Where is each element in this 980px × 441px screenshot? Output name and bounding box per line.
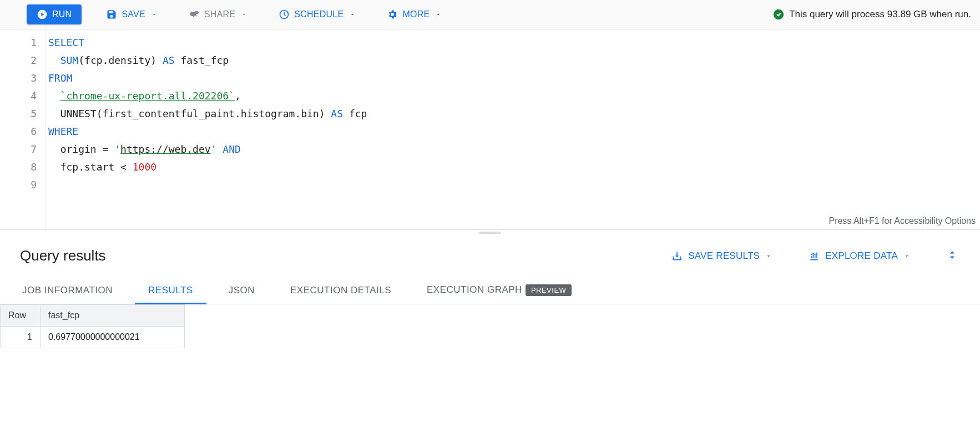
line-gutter: 123456789	[0, 29, 46, 229]
preview-badge: PREVIEW	[526, 284, 572, 296]
explore-data-label: EXPLORE DATA	[825, 250, 898, 262]
status-text: This query will process 93.89 GB when ru…	[789, 9, 971, 20]
chevron-down-icon	[349, 11, 356, 18]
line-number: 2	[0, 52, 37, 69]
line-number: 8	[0, 158, 37, 176]
more-button[interactable]: MORE	[380, 4, 453, 24]
accessibility-hint: Press Alt+F1 for Accessibility Options	[829, 216, 976, 226]
line-number: 4	[0, 87, 37, 105]
download-icon	[671, 250, 683, 262]
result-table: Rowfast_fcp 10.69770000000000021	[0, 304, 185, 348]
tab-execution-details[interactable]: EXECUTION DETAILS	[288, 277, 393, 304]
schedule-button[interactable]: SCHEDULE	[272, 4, 367, 24]
chevron-down-icon	[903, 253, 910, 259]
line-number: 9	[0, 176, 37, 194]
code-line[interactable]: fcp.start < 1000	[48, 158, 980, 176]
share-label: SHARE	[204, 9, 235, 19]
expand-collapse-button[interactable]	[942, 245, 962, 267]
save-results-button[interactable]: SAVE RESULTS	[665, 246, 784, 266]
query-status: This query will process 93.89 GB when ru…	[772, 8, 971, 21]
chevron-down-icon	[435, 11, 442, 18]
share-icon	[189, 9, 200, 20]
line-number: 7	[0, 141, 37, 158]
clock-icon	[279, 9, 290, 20]
code-line[interactable]: `chrome-ux-report.all.202206`,	[48, 87, 980, 105]
code-line[interactable]: UNNEST(first_contentful_paint.histogram.…	[48, 105, 980, 123]
results-tabs: JOB INFORMATION RESULTS JSON EXECUTION D…	[0, 277, 980, 304]
line-number: 1	[0, 34, 37, 52]
explore-data-button[interactable]: EXPLORE DATA	[802, 246, 922, 266]
tab-results[interactable]: RESULTS	[146, 277, 195, 304]
unfold-icon	[947, 247, 958, 263]
save-results-label: SAVE RESULTS	[688, 250, 760, 262]
table-row: 10.69770000000000021	[1, 327, 185, 348]
save-button[interactable]: SAVE	[99, 4, 169, 24]
save-label: SAVE	[122, 9, 145, 19]
code-line[interactable]: SELECT	[48, 34, 980, 52]
run-label: RUN	[52, 9, 72, 19]
drag-handle-icon	[479, 232, 501, 234]
code-line[interactable]	[48, 176, 980, 194]
sql-editor[interactable]: 123456789 SELECT SUM(fcp.density) AS fas…	[0, 29, 980, 229]
table-header: fast_fcp	[41, 305, 185, 327]
tab-json[interactable]: JSON	[226, 277, 257, 304]
code-line[interactable]: origin = 'https://web.dev' AND	[48, 141, 980, 158]
chevron-down-icon	[241, 11, 247, 18]
more-label: MORE	[402, 9, 430, 19]
line-number: 3	[0, 69, 37, 87]
code-line[interactable]: WHERE	[48, 123, 980, 141]
code-line[interactable]: SUM(fcp.density) AS fast_fcp	[48, 52, 980, 69]
toolbar: RUN SAVE SHARE SCHEDULE MORE This query …	[0, 0, 980, 29]
tab-execution-graph[interactable]: EXECUTION GRAPHPREVIEW	[425, 277, 574, 304]
run-button[interactable]: RUN	[27, 4, 82, 24]
chevron-down-icon	[765, 253, 772, 259]
play-icon	[37, 9, 48, 20]
pane-divider[interactable]	[0, 229, 980, 235]
svg-point-3	[774, 9, 784, 19]
results-header: Query results SAVE RESULTS EXPLORE DATA	[0, 235, 980, 277]
table-cell: 0.69770000000000021	[41, 327, 185, 348]
code-line[interactable]: FROM	[48, 69, 980, 87]
tab-job-information[interactable]: JOB INFORMATION	[20, 277, 115, 304]
chart-icon	[809, 250, 820, 262]
table-cell: 1	[1, 327, 41, 348]
gear-icon	[387, 9, 398, 20]
results-title: Query results	[20, 247, 106, 264]
save-icon	[106, 9, 117, 20]
line-number: 6	[0, 123, 37, 141]
check-circle-icon	[772, 8, 785, 21]
chevron-down-icon	[151, 11, 158, 18]
share-button[interactable]: SHARE	[182, 4, 259, 24]
code-area[interactable]: SELECT SUM(fcp.density) AS fast_fcpFROM …	[46, 29, 980, 229]
schedule-label: SCHEDULE	[294, 9, 343, 19]
line-number: 5	[0, 105, 37, 123]
table-header: Row	[1, 305, 41, 327]
